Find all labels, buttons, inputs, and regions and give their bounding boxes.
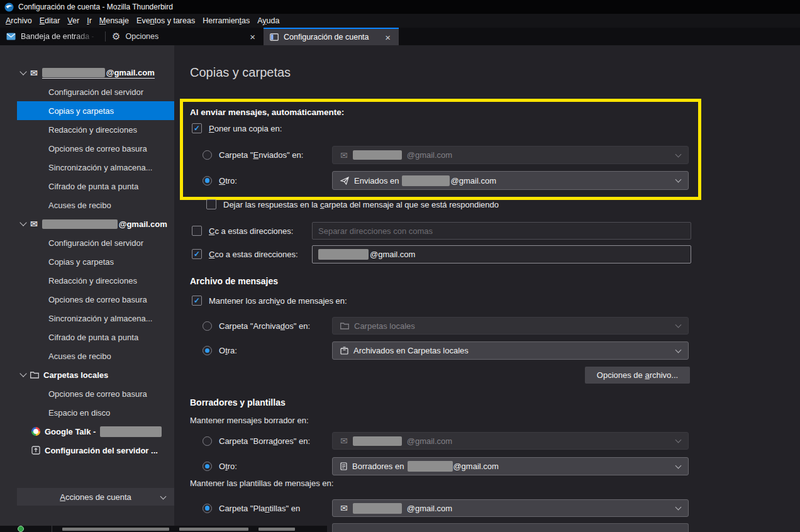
drafts-folder-row: Carpeta "Borradores" en:	[203, 432, 310, 450]
sidebar-item-server-config[interactable]: Configuración del servidor	[17, 233, 174, 252]
thunderbird-window: Configuración de cuenta - Mozilla Thunde…	[0, 0, 800, 532]
redacted-text	[258, 528, 295, 531]
menu-ver[interactable]: Ver	[64, 16, 83, 25]
sidebar-item-composition[interactable]: Redacción y direcciones	[17, 271, 174, 290]
sent-folder-radio[interactable]	[203, 150, 212, 160]
menu-editar[interactable]: Editar	[36, 16, 64, 25]
sent-folder-select[interactable]: ✉ @gmail.com	[332, 146, 689, 164]
bcc-label: Cco a estas direcciones:	[209, 250, 298, 259]
section-heading-archive: Archivo de mensajes	[190, 276, 278, 286]
cc-label: Cc a estas direcciones:	[209, 226, 293, 236]
cc-addresses-input[interactable]: Separar direcciones con comas	[312, 222, 691, 240]
chevron-down-icon[interactable]	[19, 370, 26, 377]
google-talk-account[interactable]: Google Talk -	[17, 422, 174, 441]
chevron-down-icon[interactable]	[19, 219, 26, 226]
sidebar-item-copies-folders[interactable]: Copias y carpetas	[17, 252, 174, 271]
next-select-partial[interactable]	[332, 523, 689, 532]
status-separator	[52, 526, 52, 532]
templates-folder-radio[interactable]	[203, 504, 212, 513]
bcc-addresses-input[interactable]: @gmail.com	[312, 245, 691, 263]
outgoing-server-settings[interactable]: Configuración del servidor ...	[17, 441, 174, 460]
account-actions-button[interactable]: Acciones de cuenta	[17, 488, 174, 506]
bcc-row: Cco a estas direcciones:	[192, 248, 298, 260]
keep-archives-checkbox[interactable]	[192, 296, 202, 306]
cc-checkbox[interactable]	[192, 226, 202, 236]
templates-folder-select[interactable]: ✉ @gmail.com	[332, 499, 689, 517]
account-2-header[interactable]: ✉ @gmail.com	[17, 214, 174, 233]
archive-options-button[interactable]: Opciones de archivo...	[585, 367, 690, 384]
sidebar-item-composition[interactable]: Redacción y direcciones	[17, 120, 174, 139]
sidebar-item-return-receipts[interactable]: Acuses de recibo	[17, 196, 174, 214]
section-heading-send: Al enviar mensajes, automáticamente:	[190, 108, 344, 117]
sidebar-item-return-receipts[interactable]: Acuses de recibo	[17, 346, 174, 365]
sent-folder-label: Carpeta "Enviados" en:	[219, 150, 303, 160]
local-folders-header[interactable]: Carpetas locales	[17, 365, 174, 384]
drafts-folder-radio[interactable]	[203, 436, 212, 446]
place-copy-checkbox[interactable]	[192, 123, 202, 133]
menu-herramientas[interactable]: Herramientas	[199, 16, 253, 25]
sidebar-item-junk[interactable]: Opciones de correo basura	[17, 139, 174, 158]
account-1-header[interactable]: ✉ @gmail.com	[17, 64, 174, 82]
tab-label: Opciones	[125, 32, 158, 41]
sidebar-item-server-config[interactable]: Configuración del servidor	[17, 82, 174, 101]
gear-icon: ⚙	[112, 31, 120, 42]
thunderbird-logo-icon	[4, 3, 14, 12]
sidebar-item-sync-storage[interactable]: Sincronización y almacena...	[17, 309, 174, 328]
sidebar-item-e2e-encryption[interactable]: Cifrado de punta a punta	[17, 177, 174, 196]
sidebar-item-copies-folders[interactable]: Copias y carpetas	[17, 101, 174, 120]
select-value: @gmail.com	[407, 436, 452, 446]
archived-folder-select[interactable]: Carpetas locales	[332, 317, 689, 335]
keep-replies-checkbox[interactable]	[206, 199, 216, 209]
redacted-text	[353, 503, 402, 514]
archived-folder-radio[interactable]	[203, 321, 212, 331]
redacted-text	[353, 436, 402, 446]
keep-archives-label: Mantener los archivo de mensajes en:	[209, 296, 347, 306]
other-archive-select[interactable]: Archivados en Carpetas locales	[332, 341, 689, 360]
keep-drafts-label: Mantener mensajes borrador en:	[190, 416, 309, 425]
sidebar-item-disk-space[interactable]: Espacio en disco	[17, 403, 174, 422]
tab-inbox[interactable]: Bandeja de entrada - gmediabil	[0, 28, 105, 45]
bcc-checkbox[interactable]	[192, 249, 202, 259]
select-value-prefix: Enviados en	[354, 176, 399, 186]
drafts-folder-select[interactable]: ✉ @gmail.com	[332, 432, 689, 450]
other-drafts-label: Otro:	[219, 462, 237, 471]
menu-mensaje[interactable]: Mensaje	[96, 16, 133, 25]
window-title: Configuración de cuenta - Mozilla Thunde…	[18, 3, 173, 11]
close-icon[interactable]: ×	[248, 32, 257, 42]
google-talk-icon	[31, 427, 40, 436]
close-icon[interactable]: ×	[383, 33, 392, 42]
other-drafts-radio[interactable]	[203, 462, 212, 471]
other-drafts-select[interactable]: Borradores en @gmail.com	[332, 457, 689, 475]
mail-account-icon: ✉	[340, 436, 348, 445]
chevron-down-icon	[675, 346, 682, 353]
sidebar-item-junk-local[interactable]: Opciones de correo basura	[17, 384, 174, 403]
account-settings-icon	[270, 33, 279, 41]
menu-ayuda[interactable]: Ayuda	[253, 16, 283, 25]
other-archive-radio[interactable]	[203, 346, 212, 355]
tab-account-settings[interactable]: Configuración de cuenta ×	[264, 28, 399, 45]
chevron-down-icon	[675, 437, 682, 443]
redacted-text	[42, 68, 105, 77]
menubar: Archivo Editar Ver Ir Mensaje Eventos y …	[0, 14, 800, 28]
menu-ir[interactable]: Ir	[83, 16, 96, 25]
templates-folder-label: Carpeta "Plantillas" en	[219, 504, 300, 513]
chevron-down-icon	[160, 493, 167, 499]
select-value-suffix: @gmail.com	[453, 462, 498, 471]
select-value-prefix: Borradores en	[352, 462, 404, 471]
tab-options[interactable]: ⚙ Opciones ×	[106, 28, 264, 45]
tab-bar: Bandeja de entrada - gmediabil ⚙ Opcione…	[0, 28, 800, 45]
menu-archivo[interactable]: Archivo	[2, 16, 36, 25]
menu-eventos-tareas[interactable]: Eventos y tareas	[133, 16, 199, 25]
sidebar-item-sync-storage[interactable]: Sincronización y almacena...	[17, 158, 174, 177]
other-folder-radio[interactable]	[203, 176, 212, 186]
sent-folder-row: Carpeta "Enviados" en:	[203, 146, 303, 164]
other-folder-select[interactable]: Enviados en @gmail.com	[332, 171, 689, 190]
draft-icon	[340, 462, 347, 470]
redacted-text	[100, 426, 162, 437]
tab-label: Configuración de cuenta	[284, 33, 369, 42]
sidebar-item-junk[interactable]: Opciones de correo basura	[17, 290, 174, 309]
keep-replies-row: Dejar las respuestas en la carpeta del m…	[206, 198, 499, 211]
sidebar-item-e2e-encryption[interactable]: Cifrado de punta a punta	[17, 328, 174, 346]
chevron-down-icon[interactable]	[19, 68, 26, 75]
other-archive-row: Otra:	[203, 341, 237, 360]
